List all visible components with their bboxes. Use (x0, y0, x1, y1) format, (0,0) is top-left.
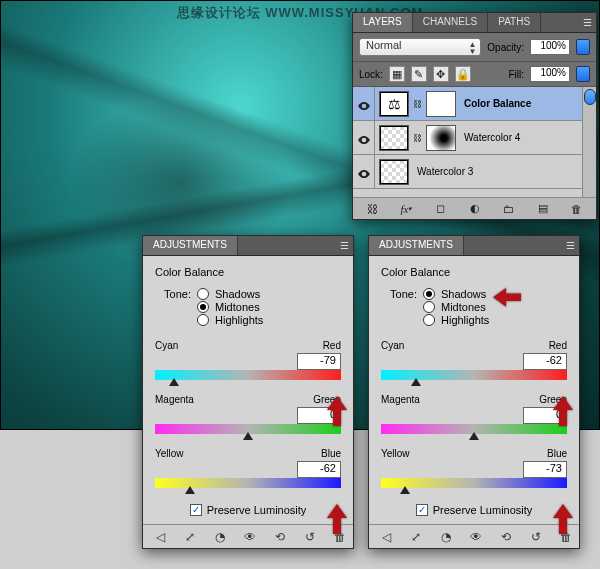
layer-name[interactable]: Color Balance (460, 98, 596, 109)
lock-transparency-icon[interactable]: ▦ (389, 66, 405, 82)
expand-icon[interactable]: ⤢ (401, 528, 431, 546)
lock-all-icon[interactable]: 🔒 (455, 66, 471, 82)
slider-track[interactable] (381, 478, 567, 488)
preserve-label: Preserve Luminosity (433, 504, 533, 516)
radio-highlights[interactable] (423, 314, 435, 326)
lock-paint-icon[interactable]: ✎ (411, 66, 427, 82)
slider-right-label: Blue (321, 448, 341, 459)
tab-adjustments[interactable]: ADJUSTMENTS (143, 236, 238, 255)
slider-left-label: Yellow (155, 448, 184, 459)
trash-icon[interactable]: 🗑 (561, 201, 592, 217)
opacity-field[interactable]: 100% (530, 39, 570, 55)
add-mask-icon[interactable]: ◻ (425, 201, 456, 217)
layer-row[interactable]: ⚖ ⛓ Color Balance (353, 87, 596, 121)
link-mask-icon[interactable]: ⛓ (413, 99, 422, 109)
slider-value-field[interactable]: -62 (297, 461, 341, 478)
radio-shadows[interactable] (197, 288, 209, 300)
panel-tab-strip: LAYERS CHANNELS PATHS ☰ (353, 13, 596, 33)
radio-label[interactable]: Midtones (441, 301, 486, 313)
lock-move-icon[interactable]: ✥ (433, 66, 449, 82)
radio-midtones[interactable] (197, 301, 209, 313)
adjustments-panel-right: ADJUSTMENTS ☰ Color Balance Tone: Shadow… (368, 235, 580, 549)
new-adjustment-icon[interactable]: ◐ (459, 201, 490, 217)
slider-value-field[interactable]: -62 (523, 353, 567, 370)
reset-icon[interactable]: ↺ (521, 528, 551, 546)
slider-magenta-green: MagentaGreen 0 (155, 394, 341, 434)
radio-label[interactable]: Highlights (441, 314, 489, 326)
layer-name[interactable]: Watercolor 3 (413, 166, 596, 177)
clip-icon[interactable]: ◔ (431, 528, 461, 546)
annotation-arrow-icon (493, 288, 521, 308)
radio-highlights[interactable] (197, 314, 209, 326)
checkbox-icon[interactable]: ✓ (190, 504, 202, 516)
adjustment-type-title: Color Balance (381, 266, 567, 278)
fx-icon[interactable]: fx▾ (391, 201, 422, 217)
slider-handle[interactable] (243, 432, 253, 440)
slider-track[interactable] (155, 424, 341, 434)
preserve-luminosity-row[interactable]: ✓ Preserve Luminosity (155, 504, 341, 516)
visibility-icon[interactable] (357, 167, 371, 177)
radio-label[interactable]: Highlights (215, 314, 263, 326)
panel-menu-icon[interactable]: ☰ (578, 13, 596, 32)
checkbox-icon[interactable]: ✓ (416, 504, 428, 516)
layer-mask-thumb[interactable] (426, 125, 456, 151)
fill-field[interactable]: 100% (530, 66, 570, 82)
radio-label[interactable]: Midtones (215, 301, 260, 313)
link-mask-icon[interactable]: ⛓ (413, 133, 422, 143)
slider-track[interactable] (155, 478, 341, 488)
slider-right-label: Red (323, 340, 341, 351)
radio-label[interactable]: Shadows (215, 288, 260, 300)
blend-mode-select[interactable]: Normal ▲▼ (359, 38, 481, 56)
annotation-arrow-icon (327, 504, 347, 534)
slider-value-field[interactable]: -79 (297, 353, 341, 370)
radio-shadows[interactable] (423, 288, 435, 300)
visibility-icon[interactable]: 👁 (461, 528, 491, 546)
slider-handle[interactable] (169, 378, 179, 386)
radio-label[interactable]: Shadows (441, 288, 486, 300)
back-icon[interactable]: ◁ (371, 528, 401, 546)
preserve-luminosity-row[interactable]: ✓ Preserve Luminosity (381, 504, 567, 516)
expand-icon[interactable]: ⤢ (175, 528, 205, 546)
slider-cyan-red: CyanRed -62 (381, 340, 567, 380)
opacity-flyout-icon[interactable] (576, 39, 590, 55)
slider-handle[interactable] (469, 432, 479, 440)
layer-mask-thumb[interactable] (426, 91, 456, 117)
slider-handle[interactable] (400, 486, 410, 494)
panel-menu-icon[interactable]: ☰ (335, 236, 353, 255)
back-icon[interactable]: ◁ (145, 528, 175, 546)
tab-channels[interactable]: CHANNELS (413, 13, 488, 32)
slider-left-label: Cyan (381, 340, 404, 351)
slider-track[interactable] (155, 370, 341, 380)
visibility-icon[interactable] (357, 133, 371, 143)
reset-icon[interactable]: ↺ (295, 528, 325, 546)
layers-scrollbar[interactable] (582, 87, 596, 197)
slider-track[interactable] (381, 424, 567, 434)
fill-flyout-icon[interactable] (576, 66, 590, 82)
layer-row[interactable]: Watercolor 3 (353, 155, 596, 189)
layer-row[interactable]: ⛓ Watercolor 4 (353, 121, 596, 155)
slider-track[interactable] (381, 370, 567, 380)
lock-label: Lock: (359, 69, 383, 80)
panel-menu-icon[interactable]: ☰ (561, 236, 579, 255)
slider-handle[interactable] (411, 378, 421, 386)
tab-paths[interactable]: PATHS (488, 13, 541, 32)
link-layers-icon[interactable]: ⛓ (357, 201, 388, 217)
visibility-icon[interactable]: 👁 (235, 528, 265, 546)
radio-midtones[interactable] (423, 301, 435, 313)
previous-state-icon[interactable]: ⟲ (491, 528, 521, 546)
layers-panel: LAYERS CHANNELS PATHS ☰ Normal ▲▼ Opacit… (352, 12, 597, 220)
slider-value-field[interactable]: -73 (523, 461, 567, 478)
tab-adjustments[interactable]: ADJUSTMENTS (369, 236, 464, 255)
preserve-label: Preserve Luminosity (207, 504, 307, 516)
visibility-icon[interactable] (357, 99, 371, 109)
adjustment-thumb-icon: ⚖ (379, 91, 409, 117)
new-group-icon[interactable]: 🗀 (493, 201, 524, 217)
previous-state-icon[interactable]: ⟲ (265, 528, 295, 546)
layer-name[interactable]: Watercolor 4 (460, 132, 596, 143)
clip-icon[interactable]: ◔ (205, 528, 235, 546)
slider-handle[interactable] (185, 486, 195, 494)
new-layer-icon[interactable]: ▤ (527, 201, 558, 217)
slider-left-label: Cyan (155, 340, 178, 351)
slider-right-label: Blue (547, 448, 567, 459)
tab-layers[interactable]: LAYERS (353, 13, 413, 32)
